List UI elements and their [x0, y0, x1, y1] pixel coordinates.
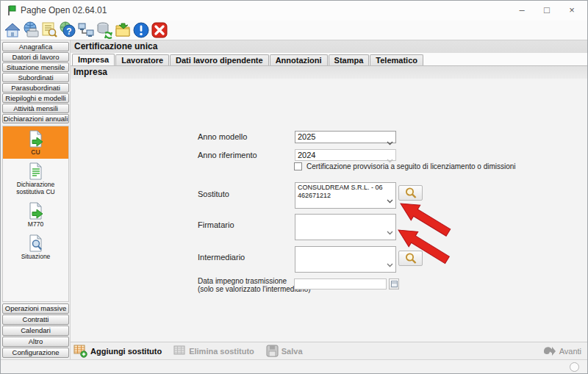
next-arrow-icon [542, 345, 556, 357]
firmatario-select[interactable] [295, 214, 396, 240]
close-button[interactable]: × [561, 1, 583, 21]
sostituto-search-icon[interactable] [398, 185, 423, 201]
data-impegno-label: Data impegno trasmissione [198, 277, 287, 285]
panel-item-cu[interactable]: CU [3, 126, 68, 159]
sidebar-item-riepiloghi-e-modelli[interactable]: Riepiloghi e modelli [2, 93, 69, 103]
sidebar-item-configurazione[interactable]: Configurazione [2, 348, 69, 358]
chevron-down-icon [387, 193, 393, 206]
intermediario-search-icon[interactable] [398, 251, 423, 266]
add-sostituto-label: Aggiungi sostituto [90, 347, 162, 356]
table-delete-icon [173, 345, 186, 357]
action-bar: Aggiungi sostituto Elimina sostituto Sal… [71, 342, 587, 359]
sidebar-item-datori-di-lavoro[interactable]: Datori di lavoro [2, 52, 69, 62]
document-search-icon [28, 234, 44, 252]
intermediario-label: Intermediario [198, 253, 245, 262]
minimize-button[interactable]: – [511, 1, 533, 21]
svg-text:?: ? [66, 26, 71, 37]
delete-sostituto-button[interactable]: Elimina sostituto [173, 345, 254, 357]
add-sostituto-button[interactable]: Aggiungi sostituto [74, 344, 162, 358]
provisional-certification-checkbox[interactable] [294, 162, 302, 170]
sidebar-item-altro[interactable]: Altro [2, 337, 69, 347]
document-export-icon [28, 202, 44, 220]
sostituto-select[interactable]: CONSULDREAM S.R.L. - 06462671212 [295, 182, 396, 209]
window-title: Paghe Open 02.64.01 [21, 1, 107, 21]
chevron-down-icon [387, 135, 393, 148]
sidebar-item-anagrafica[interactable]: Anagrafica [2, 42, 69, 51]
next-button[interactable]: Avanti [542, 345, 587, 357]
anno-modello-value: 2025 [298, 132, 384, 141]
panel-item-label: M770 [4, 220, 68, 228]
network-icon[interactable] [76, 21, 95, 40]
notes-search-icon[interactable] [40, 21, 58, 40]
panel-item-situazione[interactable]: Situazione [3, 231, 68, 263]
app-window: Paghe Open 02.64.01 – □ × ? [0, 0, 588, 374]
sidebar-item-dichiarazioni-annuali[interactable]: Dichiarazioni annuali [2, 114, 69, 123]
dichiarazioni-annuali-panel: CU Dichiarazione sostitutiva CU M770 Sit… [2, 126, 69, 302]
next-label: Avanti [559, 347, 581, 356]
save-floppy-icon [266, 345, 279, 357]
tab-lavoratore[interactable]: Lavoratore [115, 54, 169, 65]
tab-bar: Impresa Lavoratore Dati lavoro dipendent… [71, 53, 587, 66]
table-add-icon [74, 344, 87, 358]
sidebar-item-subordinati[interactable]: Subordinati [2, 73, 69, 82]
maximize-button[interactable]: □ [536, 1, 558, 21]
chevron-down-icon [387, 257, 393, 270]
sostituto-value: CONSULDREAM S.R.L. - 06462671212 [298, 184, 384, 200]
app-flag-icon [7, 5, 16, 19]
main-content: Certificazione unica Impresa Lavoratore … [70, 40, 587, 359]
title-bar: Paghe Open 02.64.01 – □ × [1, 1, 587, 21]
panel-item-label: Situazione [4, 253, 68, 260]
sidebar-item-contratti[interactable]: Contratti [2, 314, 69, 325]
sidebar-item-operazioni-massive[interactable]: Operazioni massive [2, 303, 69, 314]
exit-icon[interactable] [150, 21, 168, 40]
panel-item-label: CU [4, 148, 68, 156]
anno-riferimento-value: 2024 [298, 151, 384, 159]
folder-import-icon[interactable] [113, 21, 132, 40]
status-bar [1, 359, 587, 373]
document-export-icon [28, 130, 44, 148]
document-lines-icon [28, 162, 44, 180]
tab-stampa[interactable]: Stampa [329, 54, 370, 65]
home-icon[interactable] [3, 21, 21, 40]
data-impegno-input[interactable] [294, 278, 387, 290]
sidebar-bottom-group: Operazioni massive Contratti Calendari A… [2, 303, 69, 359]
panel-item-m770[interactable]: M770 [3, 198, 68, 231]
globe-print-icon[interactable] [21, 21, 40, 40]
save-button[interactable]: Salva [266, 345, 303, 357]
anno-modello-select[interactable]: 2025 [295, 131, 396, 143]
anno-riferimento-select[interactable]: 2024 [295, 149, 396, 161]
intermediario-select[interactable] [295, 246, 396, 273]
tab-telematico[interactable]: Telematico [370, 54, 423, 65]
tab-dati-lavoro-dipendente[interactable]: Dati lavoro dipendente [170, 54, 269, 65]
status-indicator-circle [570, 362, 579, 372]
section-title: Impresa [71, 66, 587, 79]
panel-item-dichiarazione-sostitutiva-cu[interactable]: Dichiarazione sostitutiva CU [3, 159, 68, 198]
anno-riferimento-label: Anno riferimento [198, 151, 257, 159]
provisional-certification-label: Certificazione provvisoria a seguito di … [306, 162, 516, 170]
sidebar-item-calendari[interactable]: Calendari [2, 326, 69, 336]
firmatario-label: Firmatario [198, 220, 234, 229]
save-label: Salva [282, 347, 303, 356]
panel-item-label: Dichiarazione sostitutiva CU [4, 181, 68, 195]
sidebar: Anagrafica Datori di lavoro Situazione m… [2, 42, 69, 359]
impresa-form: Anno modello 2025 Anno riferimento 2024 … [71, 79, 587, 342]
help-globe-icon[interactable]: ? [58, 21, 76, 40]
sidebar-item-attivita-mensili[interactable]: Attività mensili [2, 104, 69, 113]
anno-modello-label: Anno modello [198, 132, 247, 141]
tab-impresa[interactable]: Impresa [72, 54, 115, 65]
tab-annotazioni[interactable]: Annotazioni [270, 54, 328, 65]
sostituto-label: Sostituto [198, 190, 229, 198]
delete-sostituto-label: Elimina sostituto [189, 347, 254, 356]
page-title: Certificazione unica [71, 40, 587, 53]
database-sync-icon[interactable] [95, 21, 113, 40]
main-toolbar: ? [1, 21, 587, 40]
annotation-overlay [71, 79, 588, 342]
sidebar-item-situazione-mensile[interactable]: Situazione mensile [2, 62, 69, 72]
panel-spacer [3, 263, 68, 301]
red-arrow-icon [396, 196, 453, 240]
alert-icon[interactable] [132, 21, 150, 40]
sidebar-item-parasubordinati[interactable]: Parasubordinati [2, 83, 69, 93]
chevron-down-icon [387, 225, 393, 238]
calendar-picker-icon[interactable] [389, 278, 399, 290]
